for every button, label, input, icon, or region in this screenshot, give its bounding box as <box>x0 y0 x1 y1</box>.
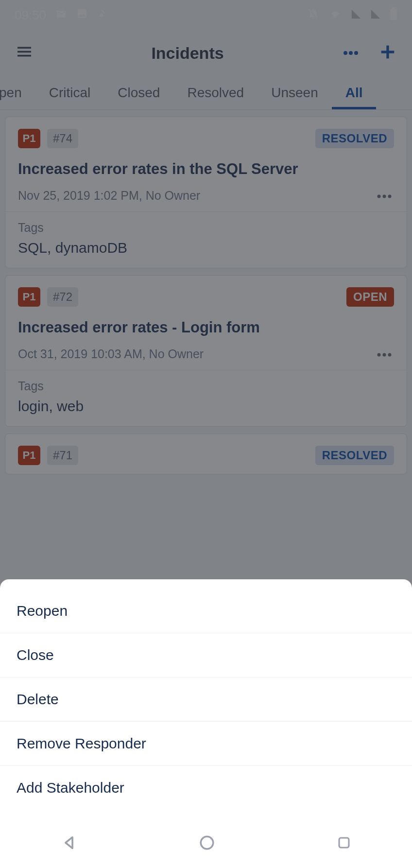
circle-icon <box>199 844 215 852</box>
system-nav-bar <box>0 819 412 868</box>
sheet-item-label: Remove Responder <box>17 735 146 751</box>
sheet-item-add-stakeholder[interactable]: Add Stakeholder <box>0 766 412 810</box>
svg-rect-17 <box>339 838 349 848</box>
sheet-item-reopen[interactable]: Reopen <box>0 589 412 633</box>
svg-point-16 <box>201 836 213 849</box>
sheet-item-label: Reopen <box>17 603 68 619</box>
sheet-item-remove-responder[interactable]: Remove Responder <box>0 722 412 766</box>
nav-recent-button[interactable] <box>337 835 351 852</box>
sheet-item-close[interactable]: Close <box>0 633 412 677</box>
sheet-item-label: Delete <box>17 691 59 707</box>
nav-back-button[interactable] <box>61 834 77 853</box>
square-icon <box>337 843 351 851</box>
back-triangle-icon <box>61 844 77 852</box>
sheet-item-label: Close <box>17 647 54 663</box>
sheet-item-label: Add Stakeholder <box>17 780 124 796</box>
nav-home-button[interactable] <box>199 834 215 853</box>
sheet-item-delete[interactable]: Delete <box>0 677 412 722</box>
